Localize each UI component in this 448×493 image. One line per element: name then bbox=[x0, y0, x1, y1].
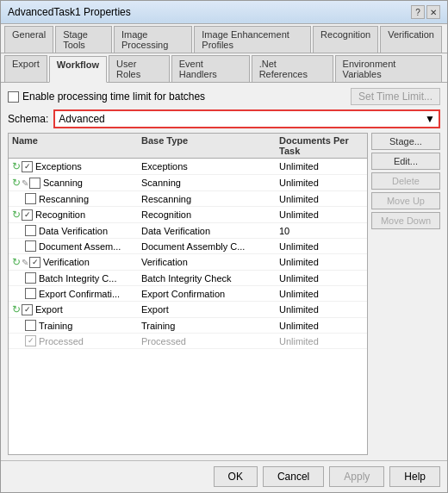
schema-row: Schema: Advanced ▼ bbox=[8, 109, 440, 128]
table-row[interactable]: ↻ Exceptions Exceptions Unlimited bbox=[9, 159, 367, 175]
green-arrow-icon: ↻ bbox=[12, 160, 21, 172]
schema-dropdown[interactable]: Advanced ▼ bbox=[53, 109, 440, 128]
row-name-processed: Processed bbox=[12, 335, 141, 346]
green-arrow-icon: ↻ bbox=[12, 256, 21, 268]
table-row[interactable]: ↻ Recognition Recognition Unlimited bbox=[9, 207, 367, 223]
green-arrow-icon: ↻ bbox=[12, 209, 21, 221]
title-bar: AdvancedTask1 Properties ? ✕ bbox=[1, 1, 447, 24]
chevron-down-icon: ▼ bbox=[425, 113, 435, 125]
pencil-icon: ✎ bbox=[22, 258, 28, 267]
tabs-row1: General Stage Tools Image Processing Ima… bbox=[1, 24, 447, 53]
table-row[interactable]: Export Confirmati... Export Confirmation… bbox=[9, 286, 367, 302]
workflow-table: Name Base Type Documents Per Task ↻ Exce… bbox=[8, 133, 368, 455]
table-row[interactable]: Document Assem... Document Assembly C...… bbox=[9, 239, 367, 254]
time-limit-row: Enable processing time limit for batches… bbox=[8, 88, 440, 105]
row-name-recognition: ↻ Recognition bbox=[12, 209, 141, 221]
tab-recognition[interactable]: Recognition bbox=[313, 26, 378, 53]
table-row[interactable]: Batch Integrity C... Batch Integrity Che… bbox=[9, 271, 367, 286]
pencil-icon: ✎ bbox=[22, 178, 28, 188]
col-base-type: Base Type bbox=[141, 135, 279, 156]
row-name-batch-integrity: Batch Integrity C... bbox=[12, 272, 141, 284]
row-checkbox-recognition[interactable] bbox=[22, 209, 33, 221]
tab-verification[interactable]: Verification bbox=[380, 26, 442, 53]
green-arrow-icon: ↻ bbox=[12, 303, 21, 315]
tab-event-handlers[interactable]: Event Handlers bbox=[171, 55, 250, 82]
row-name-scanning: ↻ ✎ Scanning bbox=[12, 177, 141, 189]
tab-stage-tools[interactable]: Stage Tools bbox=[55, 26, 112, 53]
properties-window: AdvancedTask1 Properties ? ✕ General Sta… bbox=[0, 0, 448, 493]
tabs-row2: Export Workflow User Roles Event Handler… bbox=[1, 53, 447, 83]
tab-general[interactable]: General bbox=[4, 26, 53, 53]
row-name-document-assembly: Document Assem... bbox=[12, 240, 141, 252]
tab-workflow[interactable]: Workflow bbox=[49, 56, 107, 83]
row-checkbox-scanning[interactable] bbox=[29, 178, 40, 189]
row-checkbox-export[interactable] bbox=[22, 304, 33, 315]
row-name-export-confirmation: Export Confirmati... bbox=[12, 288, 141, 299]
tab-export[interactable]: Export bbox=[4, 55, 47, 82]
close-button[interactable]: ✕ bbox=[426, 5, 440, 19]
green-arrow-icon: ↻ bbox=[12, 177, 21, 189]
help-button[interactable]: Help bbox=[389, 466, 440, 487]
table-header: Name Base Type Documents Per Task bbox=[9, 134, 367, 159]
row-name-exceptions: ↻ Exceptions bbox=[12, 160, 141, 172]
enable-time-limit-checkbox[interactable] bbox=[8, 91, 19, 103]
stage-button[interactable]: Stage... bbox=[371, 133, 440, 150]
row-name-verification: ↻ ✎ Verification bbox=[12, 256, 141, 268]
row-name-data-verification: Data Verification bbox=[12, 225, 141, 236]
row-checkbox-training[interactable] bbox=[25, 320, 36, 331]
col-name: Name bbox=[12, 135, 141, 156]
tab-user-roles[interactable]: User Roles bbox=[109, 55, 170, 82]
table-row[interactable]: Training Training Unlimited bbox=[9, 318, 367, 334]
row-checkbox-rescanning[interactable] bbox=[25, 193, 36, 204]
row-checkbox-processed[interactable] bbox=[25, 335, 36, 346]
table-row[interactable]: Data Verification Data Verification 10 bbox=[9, 223, 367, 239]
move-down-button[interactable]: Move Down bbox=[371, 212, 440, 229]
set-time-limit-button: Set Time Limit... bbox=[351, 88, 440, 105]
move-up-button[interactable]: Move Up bbox=[371, 192, 440, 209]
row-checkbox-verification[interactable] bbox=[29, 257, 40, 268]
cancel-button[interactable]: Cancel bbox=[263, 466, 324, 487]
row-checkbox-document-assembly[interactable] bbox=[25, 240, 36, 252]
table-row[interactable]: Rescanning Rescanning Unlimited bbox=[9, 191, 367, 207]
row-name-training: Training bbox=[12, 320, 141, 331]
help-button[interactable]: ? bbox=[411, 5, 425, 19]
tab-environment-variables[interactable]: Environment Variables bbox=[335, 55, 442, 82]
row-checkbox-batch-integrity[interactable] bbox=[25, 272, 36, 284]
edit-button[interactable]: Edit... bbox=[371, 153, 440, 170]
enable-time-limit-label: Enable processing time limit for batches bbox=[22, 90, 205, 103]
side-buttons: Stage... Edit... Delete Move Up Move Dow… bbox=[371, 133, 440, 455]
window-controls: ? ✕ bbox=[411, 5, 440, 19]
row-checkbox-data-verification[interactable] bbox=[25, 225, 36, 236]
row-name-export: ↻ Export bbox=[12, 303, 141, 315]
workflow-content: Enable processing time limit for batches… bbox=[1, 83, 447, 460]
col-docs-per-task: Documents Per Task bbox=[279, 135, 364, 156]
row-checkbox-exceptions[interactable] bbox=[22, 161, 33, 172]
tab-net-references[interactable]: .Net References bbox=[252, 55, 333, 82]
table-row[interactable]: ↻ ✎ Scanning Scanning Unlimited bbox=[9, 175, 367, 191]
main-area: Name Base Type Documents Per Task ↻ Exce… bbox=[8, 133, 440, 455]
table-row[interactable]: ↻ ✎ Verification Verification Unlimited bbox=[9, 254, 367, 271]
row-name-rescanning: Rescanning bbox=[12, 193, 141, 204]
table-row[interactable]: Processed Processed Unlimited bbox=[9, 334, 367, 349]
schema-label: Schema: bbox=[8, 113, 48, 125]
window-title: AdvancedTask1 Properties bbox=[8, 6, 131, 18]
ok-button[interactable]: OK bbox=[214, 466, 258, 487]
dialog-footer: OK Cancel Apply Help bbox=[1, 460, 447, 492]
apply-button[interactable]: Apply bbox=[329, 466, 384, 487]
schema-value: Advanced bbox=[59, 113, 104, 125]
row-checkbox-export-confirmation[interactable] bbox=[25, 288, 36, 299]
delete-button[interactable]: Delete bbox=[371, 172, 440, 190]
table-row[interactable]: ↻ Export Export Unlimited bbox=[9, 302, 367, 318]
tab-image-processing[interactable]: Image Processing bbox=[114, 26, 192, 53]
tab-image-enhancement[interactable]: Image Enhancement Profiles bbox=[194, 26, 311, 53]
